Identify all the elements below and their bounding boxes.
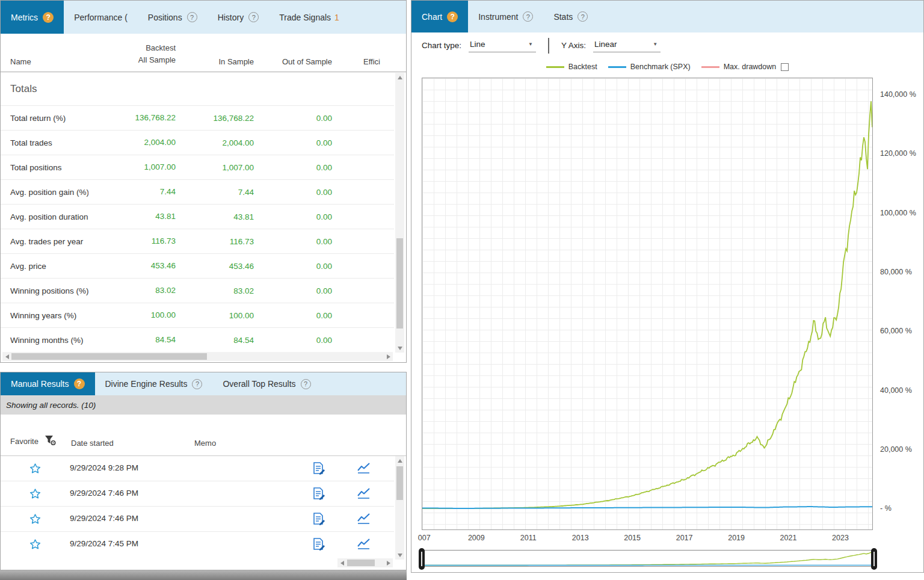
filter-settings-icon[interactable] xyxy=(45,435,57,448)
open-chart-icon[interactable] xyxy=(357,461,371,477)
scrollbar-thumb[interactable] xyxy=(396,466,403,500)
result-row[interactable]: 9/29/2024 7:45 PM xyxy=(1,532,394,555)
tab[interactable]: Positions ? xyxy=(138,1,208,34)
metric-row[interactable]: Winning months (%) 84.54 84.54 0.00 xyxy=(1,328,394,351)
scroll-left-arrow[interactable] xyxy=(2,352,11,361)
y-tick-label: 100,000 % xyxy=(880,209,916,217)
scroll-down-arrow[interactable] xyxy=(395,344,404,353)
metrics-vertical-scrollbar[interactable] xyxy=(395,73,404,353)
chart-type-label: Chart type: xyxy=(422,41,461,50)
tab[interactable]: Stats ? xyxy=(543,1,598,32)
tab[interactable]: Metrics ? xyxy=(1,1,64,34)
navigator-strip[interactable] xyxy=(423,550,873,567)
tab[interactable]: Overall Top Results ? xyxy=(212,372,321,395)
help-icon[interactable]: ? xyxy=(301,379,311,389)
navigator-left-handle[interactable] xyxy=(419,548,425,570)
scroll-right-arrow[interactable] xyxy=(384,558,393,567)
x-tick-label: 2017 xyxy=(676,534,693,542)
metric-in-sample-value: 1,007.00 xyxy=(176,163,254,172)
chart-type-value: Line xyxy=(470,40,485,49)
favorite-star-icon[interactable] xyxy=(29,513,42,527)
help-icon[interactable]: ? xyxy=(187,12,197,22)
open-chart-icon[interactable] xyxy=(357,512,371,527)
scroll-up-arrow[interactable] xyxy=(395,73,404,82)
chart-plot[interactable] xyxy=(422,78,873,530)
results-vertical-scrollbar[interactable] xyxy=(395,456,404,560)
tab-label: Metrics xyxy=(11,13,38,22)
help-icon[interactable]: ? xyxy=(248,12,259,22)
tab[interactable]: Instrument ? xyxy=(468,1,543,32)
metric-out-of-sample-value: 0.00 xyxy=(254,138,332,147)
favorite-star-icon[interactable] xyxy=(29,538,42,552)
help-icon[interactable]: ? xyxy=(74,378,85,389)
tab[interactable]: History ? xyxy=(208,1,270,34)
metrics-horizontal-scrollbar[interactable] xyxy=(2,352,393,361)
max-drawdown-checkbox[interactable] xyxy=(781,63,789,71)
metric-all-sample-value: 136,768.22 xyxy=(88,112,176,125)
tab[interactable]: Performance ( xyxy=(64,1,138,34)
open-chart-icon[interactable] xyxy=(357,487,371,502)
metric-row[interactable]: Avg. price 453.46 453.46 0.00 xyxy=(1,254,394,279)
scrollbar-thumb[interactable] xyxy=(396,238,403,329)
y-tick-label: 140,000 % xyxy=(880,90,916,99)
chart-navigator[interactable] xyxy=(419,548,877,570)
open-notes-icon[interactable] xyxy=(312,512,325,527)
metric-row[interactable]: Avg. position duration (d 43.81 43.81 0.… xyxy=(1,205,394,229)
chart-legend: Backtest Benchmark (SPX) Max. drawdown xyxy=(411,58,923,75)
metric-all-sample-value: 84.54 xyxy=(88,334,176,347)
metric-all-sample-value: 43.81 xyxy=(88,211,176,223)
open-notes-icon[interactable] xyxy=(312,537,325,552)
result-row[interactable]: 9/29/2024 9:28 PM xyxy=(1,456,394,481)
metric-name: Avg. trades per year xyxy=(1,237,88,246)
help-icon[interactable]: ? xyxy=(192,379,202,389)
chart-panel: Chart ? Instrument ? Stats ? Chart type:… xyxy=(411,0,924,573)
metric-row[interactable]: Winning years (%) 100.00 100.00 0.00 xyxy=(1,303,394,328)
splitter-bar[interactable] xyxy=(0,570,407,580)
tab[interactable]: Chart ? xyxy=(411,1,468,32)
help-icon[interactable]: ? xyxy=(578,11,588,22)
metric-row[interactable]: Winning positions (%) 83.02 83.02 0.00 xyxy=(1,279,394,303)
metrics-tabbar: Metrics ? Performance ( Positions ? Hist xyxy=(1,1,406,34)
metric-row[interactable]: Total positions 1,007.00 1,007.00 0.00 xyxy=(1,155,394,180)
scroll-left-arrow[interactable] xyxy=(337,558,346,567)
scrollbar-thumb[interactable] xyxy=(11,353,207,360)
metric-row[interactable]: Total return (%) 136,768.22 136,768.22 0… xyxy=(1,106,394,131)
tab[interactable]: Divine Engine Results ? xyxy=(95,372,213,395)
results-horizontal-scrollbar[interactable] xyxy=(337,558,393,567)
help-icon[interactable]: ? xyxy=(523,11,533,22)
open-chart-icon[interactable] xyxy=(357,537,371,552)
help-icon[interactable]: ? xyxy=(43,12,54,23)
y-tick-label: 120,000 % xyxy=(880,149,916,158)
chart-type-dropdown[interactable]: Line ▼ xyxy=(469,39,536,52)
results-panel: Manual Results ? Divine Engine Results ?… xyxy=(0,372,407,570)
column-header-out-of-sample: Out of Sample xyxy=(254,57,332,66)
x-tick-label: 007 xyxy=(418,534,431,542)
result-row[interactable]: 9/29/2024 7:46 PM xyxy=(1,507,394,532)
scrollbar-thumb[interactable] xyxy=(347,560,375,566)
result-row[interactable]: 9/29/2024 7:46 PM xyxy=(1,481,394,507)
y-axis-dropdown[interactable]: Linear ▼ xyxy=(593,39,661,52)
help-icon[interactable]: ? xyxy=(447,11,458,22)
open-notes-icon[interactable] xyxy=(312,461,325,477)
open-notes-icon[interactable] xyxy=(312,487,325,502)
navigator-right-handle[interactable] xyxy=(871,548,877,570)
tab-count-badge: 1 xyxy=(334,13,339,22)
tab[interactable]: Trade Signals 1 xyxy=(269,1,350,34)
metric-row[interactable]: Avg. trades per year 116.73 116.73 0.00 xyxy=(1,229,394,254)
metric-row[interactable]: Avg. position gain (%) 7.44 7.44 0.00 xyxy=(1,180,394,205)
scroll-right-arrow[interactable] xyxy=(384,352,393,361)
column-header-backtest-all-sample: Backtest All Sample xyxy=(88,42,176,66)
metric-row[interactable]: Total trades 2,004.00 2,004.00 0.00 xyxy=(1,131,394,155)
y-tick-label: 80,000 % xyxy=(880,268,912,276)
tab[interactable]: Manual Results ? xyxy=(1,372,95,395)
scroll-down-arrow[interactable] xyxy=(395,551,404,560)
favorite-star-icon[interactable] xyxy=(29,487,42,502)
result-date: 9/29/2024 9:28 PM xyxy=(70,463,138,472)
chevron-down-icon: ▼ xyxy=(653,42,658,47)
metric-all-sample-value: 2,004.00 xyxy=(88,137,176,149)
favorite-star-icon[interactable] xyxy=(29,462,42,477)
metric-out-of-sample-value: 0.00 xyxy=(254,114,332,123)
metric-out-of-sample-value: 0.00 xyxy=(254,336,332,345)
x-tick-label: 2015 xyxy=(624,534,641,542)
scroll-up-arrow[interactable] xyxy=(395,456,404,465)
